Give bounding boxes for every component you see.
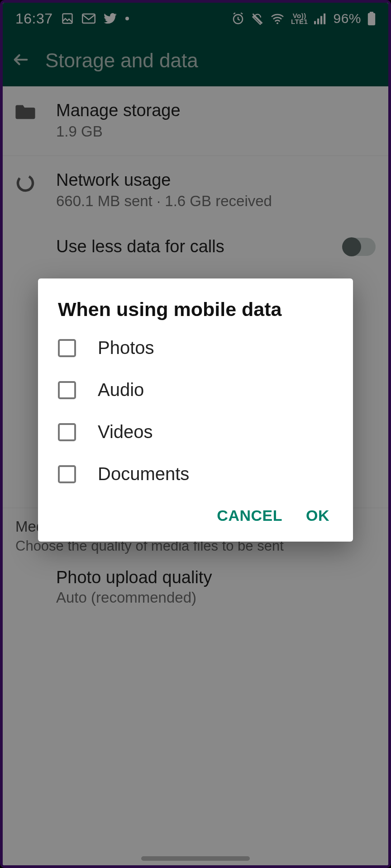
option-audio[interactable]: Audio: [38, 369, 353, 411]
option-videos[interactable]: Videos: [38, 411, 353, 453]
option-audio-label: Audio: [98, 380, 144, 400]
phone-frame: 16:37 Vo))LTE1: [0, 0, 391, 868]
option-photos[interactable]: Photos: [38, 327, 353, 369]
option-photos-label: Photos: [98, 338, 154, 358]
checkbox-videos[interactable]: [58, 423, 76, 441]
option-videos-label: Videos: [98, 422, 153, 442]
option-documents-label: Documents: [98, 464, 189, 484]
option-documents[interactable]: Documents: [38, 453, 353, 495]
cancel-button[interactable]: CANCEL: [217, 507, 282, 524]
checkbox-documents[interactable]: [58, 465, 76, 483]
settings-content: Manage storage 1.9 GB Network usage 660.…: [3, 86, 388, 865]
ok-button[interactable]: OK: [306, 507, 329, 524]
checkbox-photos[interactable]: [58, 339, 76, 357]
checkbox-audio[interactable]: [58, 381, 76, 399]
dialog-title: When using mobile data: [38, 298, 353, 327]
mobile-data-dialog: When using mobile data Photos Audio Vide…: [38, 278, 353, 542]
